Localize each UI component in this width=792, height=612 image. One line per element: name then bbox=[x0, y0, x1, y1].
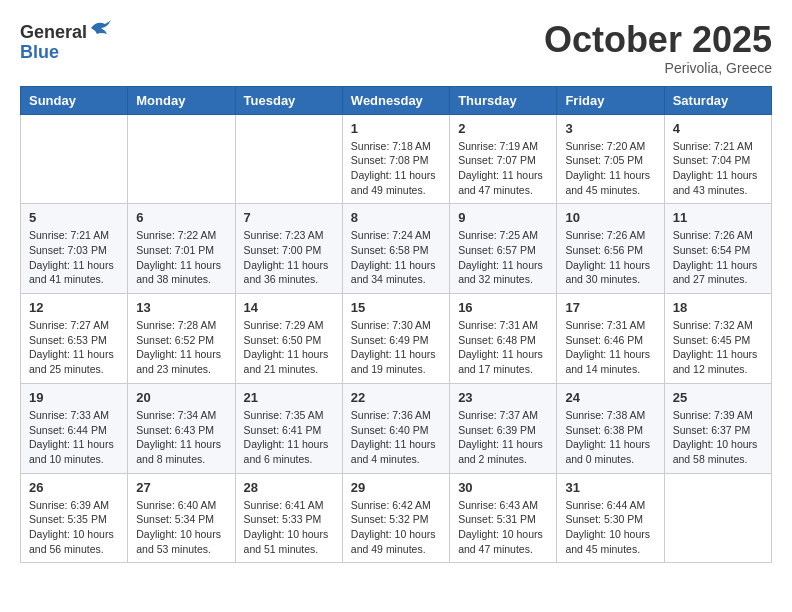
day-info: Sunrise: 7:32 AM Sunset: 6:45 PM Dayligh… bbox=[673, 318, 763, 377]
calendar-day-cell: 26Sunrise: 6:39 AM Sunset: 5:35 PM Dayli… bbox=[21, 473, 128, 563]
day-number: 20 bbox=[136, 390, 226, 405]
day-number: 8 bbox=[351, 210, 441, 225]
day-info: Sunrise: 7:18 AM Sunset: 7:08 PM Dayligh… bbox=[351, 139, 441, 198]
day-number: 4 bbox=[673, 121, 763, 136]
calendar-day-cell: 11Sunrise: 7:26 AM Sunset: 6:54 PM Dayli… bbox=[664, 204, 771, 294]
day-info: Sunrise: 6:43 AM Sunset: 5:31 PM Dayligh… bbox=[458, 498, 548, 557]
calendar-empty-cell bbox=[128, 114, 235, 204]
day-number: 13 bbox=[136, 300, 226, 315]
calendar-day-cell: 21Sunrise: 7:35 AM Sunset: 6:41 PM Dayli… bbox=[235, 383, 342, 473]
calendar-day-cell: 30Sunrise: 6:43 AM Sunset: 5:31 PM Dayli… bbox=[450, 473, 557, 563]
day-number: 10 bbox=[565, 210, 655, 225]
day-number: 24 bbox=[565, 390, 655, 405]
calendar-day-cell: 12Sunrise: 7:27 AM Sunset: 6:53 PM Dayli… bbox=[21, 294, 128, 384]
calendar-day-cell: 13Sunrise: 7:28 AM Sunset: 6:52 PM Dayli… bbox=[128, 294, 235, 384]
calendar-day-cell: 28Sunrise: 6:41 AM Sunset: 5:33 PM Dayli… bbox=[235, 473, 342, 563]
calendar-day-cell: 23Sunrise: 7:37 AM Sunset: 6:39 PM Dayli… bbox=[450, 383, 557, 473]
day-number: 19 bbox=[29, 390, 119, 405]
calendar-day-cell: 15Sunrise: 7:30 AM Sunset: 6:49 PM Dayli… bbox=[342, 294, 449, 384]
calendar-day-cell: 10Sunrise: 7:26 AM Sunset: 6:56 PM Dayli… bbox=[557, 204, 664, 294]
calendar-day-cell: 20Sunrise: 7:34 AM Sunset: 6:43 PM Dayli… bbox=[128, 383, 235, 473]
calendar-table: SundayMondayTuesdayWednesdayThursdayFrid… bbox=[20, 86, 772, 564]
calendar-week-row: 19Sunrise: 7:33 AM Sunset: 6:44 PM Dayli… bbox=[21, 383, 772, 473]
logo: General Blue bbox=[20, 20, 113, 63]
day-number: 22 bbox=[351, 390, 441, 405]
day-info: Sunrise: 7:31 AM Sunset: 6:48 PM Dayligh… bbox=[458, 318, 548, 377]
day-info: Sunrise: 7:21 AM Sunset: 7:04 PM Dayligh… bbox=[673, 139, 763, 198]
calendar-day-cell: 17Sunrise: 7:31 AM Sunset: 6:46 PM Dayli… bbox=[557, 294, 664, 384]
day-number: 11 bbox=[673, 210, 763, 225]
calendar-day-cell: 2Sunrise: 7:19 AM Sunset: 7:07 PM Daylig… bbox=[450, 114, 557, 204]
day-number: 29 bbox=[351, 480, 441, 495]
calendar-week-row: 12Sunrise: 7:27 AM Sunset: 6:53 PM Dayli… bbox=[21, 294, 772, 384]
day-number: 3 bbox=[565, 121, 655, 136]
calendar-day-cell: 31Sunrise: 6:44 AM Sunset: 5:30 PM Dayli… bbox=[557, 473, 664, 563]
day-number: 2 bbox=[458, 121, 548, 136]
day-info: Sunrise: 7:27 AM Sunset: 6:53 PM Dayligh… bbox=[29, 318, 119, 377]
weekday-header-tuesday: Tuesday bbox=[235, 86, 342, 114]
calendar-empty-cell bbox=[21, 114, 128, 204]
weekday-header-sunday: Sunday bbox=[21, 86, 128, 114]
day-number: 18 bbox=[673, 300, 763, 315]
day-info: Sunrise: 7:20 AM Sunset: 7:05 PM Dayligh… bbox=[565, 139, 655, 198]
calendar-day-cell: 1Sunrise: 7:18 AM Sunset: 7:08 PM Daylig… bbox=[342, 114, 449, 204]
day-info: Sunrise: 7:28 AM Sunset: 6:52 PM Dayligh… bbox=[136, 318, 226, 377]
day-info: Sunrise: 6:44 AM Sunset: 5:30 PM Dayligh… bbox=[565, 498, 655, 557]
day-info: Sunrise: 7:35 AM Sunset: 6:41 PM Dayligh… bbox=[244, 408, 334, 467]
day-info: Sunrise: 7:21 AM Sunset: 7:03 PM Dayligh… bbox=[29, 228, 119, 287]
day-info: Sunrise: 7:31 AM Sunset: 6:46 PM Dayligh… bbox=[565, 318, 655, 377]
calendar-day-cell: 22Sunrise: 7:36 AM Sunset: 6:40 PM Dayli… bbox=[342, 383, 449, 473]
day-info: Sunrise: 6:40 AM Sunset: 5:34 PM Dayligh… bbox=[136, 498, 226, 557]
day-info: Sunrise: 7:19 AM Sunset: 7:07 PM Dayligh… bbox=[458, 139, 548, 198]
day-number: 16 bbox=[458, 300, 548, 315]
day-number: 31 bbox=[565, 480, 655, 495]
day-info: Sunrise: 7:22 AM Sunset: 7:01 PM Dayligh… bbox=[136, 228, 226, 287]
day-number: 30 bbox=[458, 480, 548, 495]
calendar-empty-cell bbox=[235, 114, 342, 204]
calendar-day-cell: 5Sunrise: 7:21 AM Sunset: 7:03 PM Daylig… bbox=[21, 204, 128, 294]
day-info: Sunrise: 6:42 AM Sunset: 5:32 PM Dayligh… bbox=[351, 498, 441, 557]
calendar-day-cell: 6Sunrise: 7:22 AM Sunset: 7:01 PM Daylig… bbox=[128, 204, 235, 294]
day-info: Sunrise: 7:24 AM Sunset: 6:58 PM Dayligh… bbox=[351, 228, 441, 287]
calendar-day-cell: 14Sunrise: 7:29 AM Sunset: 6:50 PM Dayli… bbox=[235, 294, 342, 384]
calendar-week-row: 1Sunrise: 7:18 AM Sunset: 7:08 PM Daylig… bbox=[21, 114, 772, 204]
calendar-empty-cell bbox=[664, 473, 771, 563]
calendar-day-cell: 25Sunrise: 7:39 AM Sunset: 6:37 PM Dayli… bbox=[664, 383, 771, 473]
day-number: 9 bbox=[458, 210, 548, 225]
calendar-day-cell: 19Sunrise: 7:33 AM Sunset: 6:44 PM Dayli… bbox=[21, 383, 128, 473]
calendar-week-row: 26Sunrise: 6:39 AM Sunset: 5:35 PM Dayli… bbox=[21, 473, 772, 563]
calendar-week-row: 5Sunrise: 7:21 AM Sunset: 7:03 PM Daylig… bbox=[21, 204, 772, 294]
title-section: October 2025 Perivolia, Greece bbox=[544, 20, 772, 76]
calendar-day-cell: 27Sunrise: 6:40 AM Sunset: 5:34 PM Dayli… bbox=[128, 473, 235, 563]
month-title: October 2025 bbox=[544, 20, 772, 60]
day-number: 17 bbox=[565, 300, 655, 315]
day-info: Sunrise: 7:37 AM Sunset: 6:39 PM Dayligh… bbox=[458, 408, 548, 467]
day-info: Sunrise: 6:41 AM Sunset: 5:33 PM Dayligh… bbox=[244, 498, 334, 557]
day-info: Sunrise: 6:39 AM Sunset: 5:35 PM Dayligh… bbox=[29, 498, 119, 557]
day-number: 1 bbox=[351, 121, 441, 136]
calendar-day-cell: 18Sunrise: 7:32 AM Sunset: 6:45 PM Dayli… bbox=[664, 294, 771, 384]
day-number: 26 bbox=[29, 480, 119, 495]
calendar-day-cell: 24Sunrise: 7:38 AM Sunset: 6:38 PM Dayli… bbox=[557, 383, 664, 473]
calendar-day-cell: 16Sunrise: 7:31 AM Sunset: 6:48 PM Dayli… bbox=[450, 294, 557, 384]
day-info: Sunrise: 7:38 AM Sunset: 6:38 PM Dayligh… bbox=[565, 408, 655, 467]
day-number: 23 bbox=[458, 390, 548, 405]
weekday-header-thursday: Thursday bbox=[450, 86, 557, 114]
weekday-header-wednesday: Wednesday bbox=[342, 86, 449, 114]
calendar-day-cell: 8Sunrise: 7:24 AM Sunset: 6:58 PM Daylig… bbox=[342, 204, 449, 294]
calendar-day-cell: 29Sunrise: 6:42 AM Sunset: 5:32 PM Dayli… bbox=[342, 473, 449, 563]
location: Perivolia, Greece bbox=[544, 60, 772, 76]
day-number: 15 bbox=[351, 300, 441, 315]
day-number: 5 bbox=[29, 210, 119, 225]
day-number: 21 bbox=[244, 390, 334, 405]
calendar-day-cell: 3Sunrise: 7:20 AM Sunset: 7:05 PM Daylig… bbox=[557, 114, 664, 204]
day-number: 6 bbox=[136, 210, 226, 225]
day-number: 12 bbox=[29, 300, 119, 315]
calendar-day-cell: 9Sunrise: 7:25 AM Sunset: 6:57 PM Daylig… bbox=[450, 204, 557, 294]
calendar-day-cell: 7Sunrise: 7:23 AM Sunset: 7:00 PM Daylig… bbox=[235, 204, 342, 294]
day-info: Sunrise: 7:30 AM Sunset: 6:49 PM Dayligh… bbox=[351, 318, 441, 377]
calendar-day-cell: 4Sunrise: 7:21 AM Sunset: 7:04 PM Daylig… bbox=[664, 114, 771, 204]
day-number: 25 bbox=[673, 390, 763, 405]
day-info: Sunrise: 7:25 AM Sunset: 6:57 PM Dayligh… bbox=[458, 228, 548, 287]
day-number: 7 bbox=[244, 210, 334, 225]
